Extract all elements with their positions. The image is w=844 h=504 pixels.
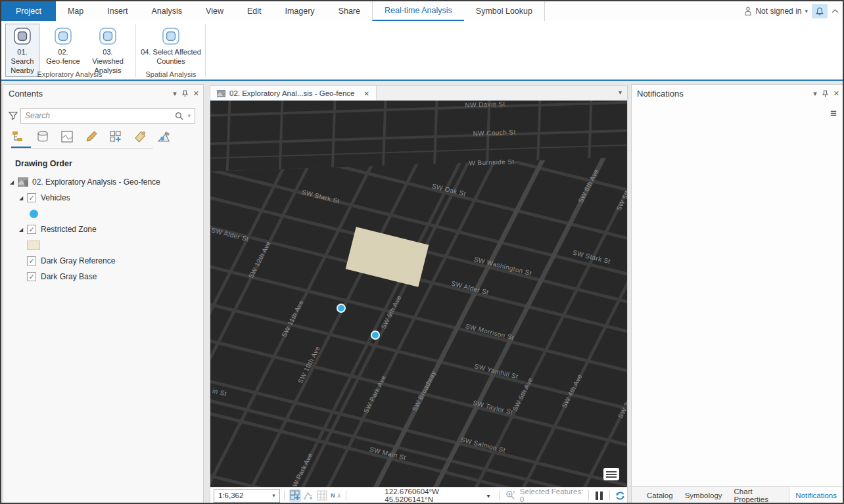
ribbon-tab-bar: ProjectMapInsertAnalysisViewEditImageryS…: [1, 1, 843, 21]
refresh-button[interactable]: [615, 489, 626, 502]
expand-arrow-icon[interactable]: ◢: [9, 179, 15, 185]
toolbar-underline: [11, 148, 153, 149]
grid-icon[interactable]: [316, 489, 328, 502]
layer-name: Restricted Zone: [41, 225, 97, 234]
chevron-down-icon: ▾: [272, 492, 275, 499]
filter-icon[interactable]: [9, 111, 18, 120]
north-arrow-icon[interactable]: N: [329, 489, 341, 502]
expand-arrow-icon[interactable]: ◢: [18, 195, 24, 201]
ribbon-button-label: 02. Geo-fence: [46, 48, 80, 66]
add-graphics-icon[interactable]: [289, 489, 301, 502]
ribbon: 01. Search Nearby02. Geo-fence03. Viewsh…: [1, 21, 843, 80]
layer-name: Dark Gray Reference: [41, 256, 115, 265]
analysis-tool-icon: [160, 26, 181, 47]
collapse-ribbon-icon[interactable]: [832, 9, 839, 14]
symbol-row-restricted-zone[interactable]: [3, 237, 203, 253]
ribbon-tab-view[interactable]: View: [194, 1, 235, 21]
map-tab-icon: [217, 90, 225, 97]
map-layer-row[interactable]: ◢ 02. Exploratory Analysis - Geo-fence: [3, 174, 203, 190]
close-icon[interactable]: ✕: [833, 89, 839, 98]
ribbon-tab-edit[interactable]: Edit: [235, 1, 273, 21]
ribbon-tab-imagery[interactable]: Imagery: [273, 1, 326, 21]
analysis-tool-icon: [97, 26, 118, 47]
analysis-tool-icon: [12, 26, 33, 47]
layer-row-dark-gray-reference[interactable]: ✓ Dark Gray Reference: [3, 253, 203, 269]
search-options-caret[interactable]: ▾: [187, 112, 191, 119]
layers-tree: ◢ 02. Exploratory Analysis - Geo-fence ◢…: [3, 174, 203, 285]
ribbon-group-separator: [205, 24, 206, 78]
sign-in-menu[interactable]: Not signed in ▾: [744, 7, 808, 16]
chevron-down-icon[interactable]: ▾: [486, 492, 490, 499]
layer-row-restricted-zone[interactable]: ◢ ✓ Restricted Zone: [3, 221, 203, 237]
arcgis-pro-window: ProjectMapInsertAnalysisViewEditImageryS…: [0, 0, 844, 504]
ribbon-tab-analysis[interactable]: Analysis: [140, 1, 195, 21]
close-icon[interactable]: ✕: [363, 90, 369, 97]
ribbon-button-04-select-affected-counties[interactable]: 04. Select Affected Counties: [138, 24, 204, 68]
panel-tab-symbology[interactable]: Symbology: [679, 487, 728, 503]
view-tab-strip: 02. Exploratory Anal...sis - Geo-fence ✕…: [210, 86, 627, 101]
panel-tab-catalog[interactable]: Catalog: [641, 487, 679, 503]
polygon-symbol-swatch[interactable]: [27, 241, 40, 250]
scale-dropdown[interactable]: 1:6,362 ▾: [214, 489, 280, 503]
panel-menu-icon[interactable]: ▾: [173, 89, 177, 98]
hamburger-menu-icon[interactable]: ≡: [830, 107, 837, 120]
map-thumbnail-icon: [18, 177, 28, 187]
selected-features-count: Selected Features: 0: [520, 488, 584, 503]
layer-checkbox[interactable]: ✓: [27, 272, 36, 281]
ribbon-tab-real-time-analysis[interactable]: Real-time Analysis: [372, 1, 464, 21]
edit-vertices-icon[interactable]: [302, 489, 314, 502]
ribbon-group-label: Spatial Analysis: [137, 70, 205, 78]
street-label: NW Davis St: [465, 101, 505, 109]
map-canvas[interactable]: NW Davis StNW Couch StW Burnside StSW Oa…: [210, 101, 627, 488]
layer-checkbox[interactable]: ✓: [27, 193, 36, 202]
panel-tab-chart-properties[interactable]: Chart Properties: [728, 487, 789, 503]
vehicle-point[interactable]: [337, 304, 346, 313]
notifications-body: [632, 122, 843, 486]
ribbon-group-1: 04. Select Affected CountiesSpatial Anal…: [137, 21, 205, 80]
notifications-bell-button[interactable]: [812, 4, 828, 18]
panel-tab-notifications[interactable]: Notifications: [789, 487, 843, 503]
notifications-panel: Notifications ▾ ✕ ≡ CatalogSymbologyChar…: [631, 84, 844, 504]
layer-checkbox[interactable]: ✓: [27, 225, 36, 234]
list-by-selection-icon[interactable]: [59, 128, 76, 145]
list-by-snapping-icon[interactable]: [156, 128, 173, 145]
search-input[interactable]: Search ▾: [20, 108, 195, 124]
list-by-editing-icon[interactable]: [83, 128, 100, 145]
pin-icon[interactable]: [822, 90, 828, 98]
tab-list-caret[interactable]: ▾: [619, 89, 622, 96]
list-by-labeling-icon[interactable]: [107, 128, 124, 145]
road: [210, 127, 627, 146]
layer-checkbox[interactable]: ✓: [27, 256, 36, 265]
list-by-data-source-icon[interactable]: [34, 128, 51, 145]
ribbon-tab-insert[interactable]: Insert: [95, 1, 139, 21]
layer-name: Vehicles: [41, 193, 70, 202]
ribbon-tab-project[interactable]: Project: [1, 1, 56, 21]
signin-label: Not signed in: [755, 7, 801, 16]
selected-features-icon[interactable]: [504, 489, 516, 502]
close-icon[interactable]: ✕: [193, 89, 199, 98]
layer-row-vehicles[interactable]: ◢ ✓ Vehicles: [3, 190, 203, 206]
list-by-label-class-icon[interactable]: [131, 128, 149, 145]
expand-arrow-icon[interactable]: ◢: [18, 227, 24, 233]
chevron-down-icon: ▾: [805, 8, 808, 14]
pause-button[interactable]: [596, 492, 603, 500]
notifications-panel-header: Notifications ▾ ✕: [632, 85, 843, 103]
pin-icon[interactable]: [182, 90, 188, 98]
panel-menu-icon[interactable]: ▾: [813, 89, 817, 98]
scale-value: 1:6,362: [218, 492, 272, 499]
layer-row-dark-gray-base[interactable]: ✓ Dark Gray Base: [3, 269, 203, 285]
ribbon-tab-map[interactable]: Map: [56, 1, 95, 21]
road: [210, 101, 627, 118]
symbol-row-vehicles[interactable]: [3, 206, 203, 221]
basemap-attribution-icon[interactable]: [603, 468, 619, 480]
search-icon[interactable]: [175, 112, 183, 120]
vehicle-point[interactable]: [371, 331, 380, 340]
ribbon-button-03-viewshed-analysis[interactable]: 03. Viewshed Analysis: [85, 24, 130, 77]
ribbon-button-02-geo-fence[interactable]: 02. Geo-fence: [43, 24, 83, 68]
point-symbol-swatch[interactable]: [30, 210, 38, 218]
ribbon-tab-share[interactable]: Share: [327, 1, 372, 21]
ribbon-tab-symbol-lookup[interactable]: Symbol Lookup: [464, 1, 545, 21]
map-view-tab[interactable]: 02. Exploratory Anal...sis - Geo-fence ✕: [210, 86, 377, 101]
ribbon-button-01-search-nearby[interactable]: 01. Search Nearby: [5, 24, 39, 77]
list-by-drawing-order-icon[interactable]: [10, 128, 27, 145]
